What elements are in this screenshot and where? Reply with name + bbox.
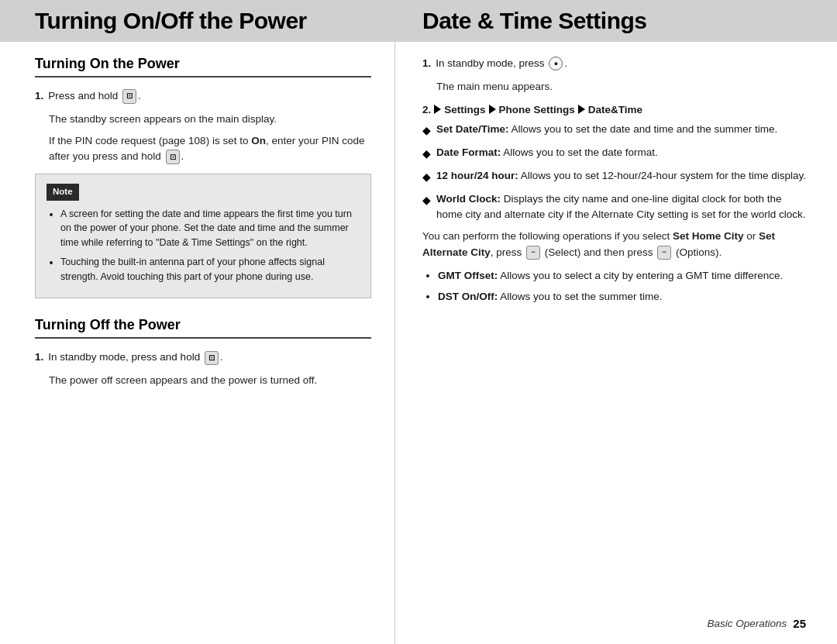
datetime-step-1-content: In standby mode, press ●. — [436, 56, 810, 71]
arrow-icon-3 — [578, 105, 585, 114]
turning-off-heading: Turning Off the Power — [35, 317, 371, 339]
step-1-on: 1. Press and hold ⊡. — [35, 88, 371, 104]
dst-onoff-bullet: DST On/Off: Allows you to set the summer… — [438, 289, 810, 305]
arrow-icon-1 — [434, 105, 441, 114]
arrow-icon-2 — [489, 105, 496, 114]
world-clock-bullet: ◆ World Clock: Displays the city name an… — [422, 191, 810, 223]
left-section-header: Turning On/Off the Power — [0, 0, 394, 42]
power-button-icon-3: ⊡ — [205, 351, 219, 366]
gmt-offset-bullet: GMT Offset: Allows you to select a city … — [438, 268, 810, 284]
note-item-2: Touching the built-in antenna part of yo… — [60, 255, 360, 284]
power-button-icon-2: ⊡ — [166, 150, 180, 164]
datetime-step-2: 2. Settings Phone Settings Date&Time — [422, 104, 810, 115]
turning-off-section: Turning Off the Power 1. In standby mode… — [35, 317, 371, 388]
main-menu-text: The main menu appears. — [436, 79, 810, 95]
datetime-step-1: 1. In standby mode, press ●. — [422, 56, 810, 71]
power-button-icon: ⊡ — [122, 89, 136, 104]
turning-on-steps: 1. Press and hold ⊡. — [35, 88, 371, 104]
menu-button-icon: ● — [549, 57, 563, 71]
diamond-4: ◆ — [422, 192, 431, 208]
hour-format-bullet: ◆ 12 hour/24 hour: Allows you to set 12-… — [422, 168, 810, 185]
page-number: 25 — [793, 617, 806, 630]
power-off-text: The power off screen appears and the pow… — [49, 373, 371, 388]
diamond-1: ◆ — [422, 122, 431, 139]
settings-bullets: ◆ Set Date/Time: Allows you to set the d… — [422, 122, 810, 223]
options-btn-icon: − — [657, 246, 671, 260]
world-clock-para: You can perform the following operations… — [422, 229, 810, 260]
set-datetime-bullet: ◆ Set Date/Time: Allows you to set the d… — [422, 122, 810, 139]
turning-off-steps: 1. In standby mode, press and hold ⊡. — [35, 350, 371, 365]
turning-on-heading: Turning On the Power — [35, 56, 371, 77]
step-1-off-content: In standby mode, press and hold ⊡. — [48, 350, 371, 365]
date-format-bullet: ◆ Date Format: Allows you to set the dat… — [422, 145, 810, 162]
note-label: Note — [46, 184, 79, 200]
select-btn-icon: − — [526, 246, 540, 260]
footer: Basic Operations 25 — [708, 617, 807, 630]
note-item-1: A screen for setting the date and time a… — [60, 207, 360, 250]
right-main-title: Date & Time Settings — [422, 8, 826, 34]
note-box: Note A screen for setting the date and t… — [35, 174, 371, 298]
standby-screen-text: The standby screen appears on the main d… — [49, 112, 371, 127]
left-main-title: Turning On/Off the Power — [35, 8, 384, 34]
pin-code-text: If the PIN code request (page 108) is se… — [49, 133, 371, 165]
left-column: Turning On/Off the Power Turning On the … — [0, 0, 395, 644]
right-section-header: Date & Time Settings — [395, 0, 837, 42]
sub-settings-bullets: GMT Offset: Allows you to select a city … — [422, 268, 810, 305]
step-1-on-content: Press and hold ⊡. — [48, 88, 371, 104]
datetime-steps: 1. In standby mode, press ●. — [422, 56, 810, 71]
right-column: Date & Time Settings 1. In standby mode,… — [395, 0, 837, 644]
diamond-3: ◆ — [422, 169, 431, 185]
footer-section-label: Basic Operations — [708, 618, 787, 629]
turning-on-section: Turning On the Power 1. Press and hold ⊡… — [35, 56, 371, 298]
datetime-step-num-1: 1. — [422, 56, 431, 71]
step-num-1-off: 1. — [35, 350, 43, 365]
step-num-1: 1. — [35, 88, 43, 104]
diamond-2: ◆ — [422, 146, 431, 162]
step-1-off: 1. In standby mode, press and hold ⊡. — [35, 350, 371, 365]
note-list: A screen for setting the date and time a… — [46, 207, 360, 284]
